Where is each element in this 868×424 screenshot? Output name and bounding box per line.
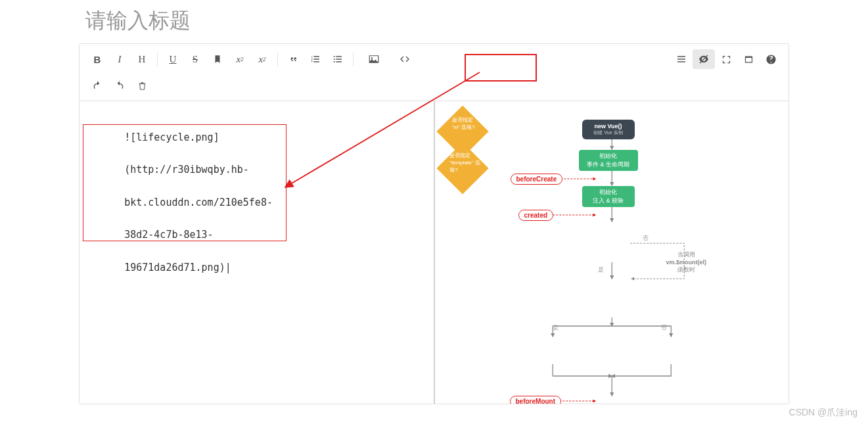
- flow-node: new Vue(): [594, 123, 622, 130]
- code-line: (http://r30ibwqby.hb-: [124, 164, 249, 176]
- fullscreen-button[interactable]: [715, 49, 737, 69]
- svg-point-2: [334, 61, 335, 62]
- editor-card: B I H U S x2 x2: [79, 43, 789, 404]
- bold-button[interactable]: B: [86, 49, 108, 69]
- flowchart-preview: new Vue() 创建 Vue 实例 初始化 事件 & 生命周期 before…: [444, 113, 780, 404]
- italic-button[interactable]: I: [108, 49, 131, 69]
- strikethrough-button[interactable]: S: [184, 49, 206, 69]
- superscript-button[interactable]: x2: [229, 49, 251, 69]
- heading-button[interactable]: H: [131, 49, 153, 69]
- code-line: bkt.clouddn.com/210e5fe8-: [124, 197, 273, 208]
- preview-pane: new Vue() 创建 Vue 实例 初始化 事件 & 生命周期 before…: [435, 101, 789, 404]
- image-button[interactable]: [357, 49, 390, 69]
- quote-button[interactable]: [282, 49, 304, 69]
- help-button[interactable]: [760, 49, 782, 69]
- delete-button[interactable]: [131, 76, 153, 95]
- watermark: CSDN @爪洼ing: [789, 407, 857, 419]
- undo-button[interactable]: [86, 76, 108, 95]
- preview-toggle-button[interactable]: [693, 49, 715, 69]
- window-button[interactable]: [737, 49, 760, 69]
- unordered-list-button[interactable]: [327, 49, 349, 69]
- code-line: 19671da26d71.png)|: [124, 262, 231, 273]
- code-button[interactable]: [390, 49, 419, 69]
- code-line: 38d2-4c7b-8e13-: [124, 229, 213, 241]
- flow-hook: created: [518, 210, 554, 221]
- svg-point-3: [371, 57, 373, 59]
- markdown-source-pane[interactable]: ![lifecycle.png] (http://r30ibwqby.hb- b…: [80, 101, 435, 404]
- svg-point-0: [334, 56, 335, 57]
- flow-hook: beforeCreate: [511, 174, 563, 185]
- flow-hook: beforeMount: [510, 396, 562, 404]
- menu-button[interactable]: [670, 49, 693, 69]
- title-input[interactable]: 请输入标题: [0, 0, 868, 43]
- bookmark-button[interactable]: [206, 49, 229, 69]
- underline-button[interactable]: U: [162, 49, 184, 69]
- svg-point-1: [334, 59, 335, 60]
- toolbar: B I H U S x2 x2: [80, 44, 788, 101]
- ordered-list-button[interactable]: [304, 49, 327, 69]
- redo-button[interactable]: [108, 76, 131, 95]
- editor-body: ![lifecycle.png] (http://r30ibwqby.hb- b…: [80, 101, 788, 404]
- subscript-button[interactable]: x2: [251, 49, 273, 69]
- code-line: ![lifecycle.png]: [124, 131, 219, 143]
